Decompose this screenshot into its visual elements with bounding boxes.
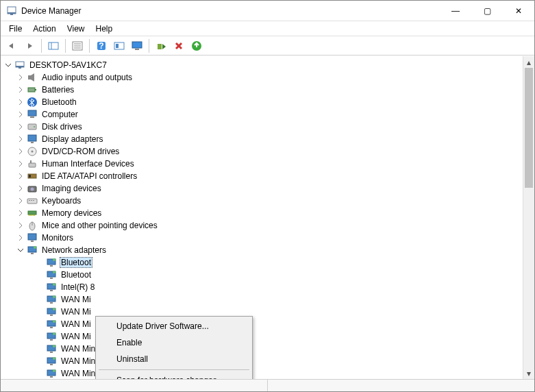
device-node[interactable]: WAN Mi <box>2 293 533 306</box>
menu-help[interactable]: Help <box>90 23 119 35</box>
minimize-button[interactable]: — <box>440 1 471 21</box>
svg-rect-62 <box>50 290 53 291</box>
device-node[interactable]: WAN Mi <box>2 318 533 330</box>
svg-rect-13 <box>132 42 142 48</box>
svg-point-31 <box>32 151 34 153</box>
svg-rect-24 <box>28 110 36 116</box>
menu-file[interactable]: File <box>3 23 27 35</box>
expand-icon[interactable] <box>16 159 25 169</box>
svg-rect-1 <box>8 12 16 14</box>
help-button[interactable]: ? <box>93 38 110 54</box>
device-node[interactable]: Bluetoot <box>2 269 533 281</box>
scroll-thumb[interactable] <box>525 68 533 188</box>
expand-icon[interactable] <box>16 171 25 181</box>
device-label: Bluetoot <box>60 257 92 268</box>
vertical-scrollbar[interactable]: ▴ ▾ <box>523 56 534 379</box>
category-node[interactable]: Batteries <box>2 84 533 96</box>
svg-rect-44 <box>30 215 31 216</box>
device-label: WAN Mi <box>60 332 92 341</box>
dvd-icon <box>27 146 38 157</box>
device-node[interactable]: WAN Mi <box>2 330 533 343</box>
svg-point-75 <box>53 332 55 335</box>
expand-icon[interactable] <box>16 85 25 95</box>
expand-icon[interactable] <box>16 221 25 230</box>
hid-icon <box>27 158 38 169</box>
disk-icon <box>27 121 38 132</box>
close-button[interactable]: ✕ <box>503 1 534 21</box>
category-node[interactable]: Mice and other pointing devices <box>2 219 533 232</box>
menu-view[interactable]: View <box>62 23 90 35</box>
network-adapter-icon <box>46 343 57 354</box>
context-separator <box>99 369 249 370</box>
context-item-uninstall[interactable]: Uninstall <box>97 351 251 367</box>
context-item-update-driver-software[interactable]: Update Driver Software... <box>97 318 251 334</box>
category-node[interactable]: Display adapters <box>2 133 533 145</box>
device-node[interactable]: WAN Miniport (PPPOE) <box>2 355 533 367</box>
mouse-icon <box>27 220 38 231</box>
category-node[interactable]: IDE ATA/ATAPI controllers <box>2 170 533 182</box>
category-label: Human Interface Devices <box>40 159 136 169</box>
monitor-button[interactable] <box>129 38 145 54</box>
scroll-down-arrow[interactable]: ▾ <box>523 367 534 379</box>
status-pane-2 <box>268 380 534 391</box>
category-node[interactable]: Human Interface Devices <box>2 158 533 170</box>
battery-icon <box>27 84 38 95</box>
delete-button[interactable] <box>171 38 187 54</box>
expand-icon[interactable] <box>16 184 25 193</box>
category-node[interactable]: Audio inputs and outputs <box>2 71 533 84</box>
svg-rect-2 <box>10 14 13 15</box>
svg-point-84 <box>53 369 55 372</box>
scan-button[interactable] <box>188 38 205 54</box>
category-node[interactable]: Keyboards <box>2 195 533 207</box>
device-node[interactable]: WAN Miniport (Network Monitor) <box>2 343 533 355</box>
collapse-icon[interactable] <box>16 245 25 255</box>
expand-icon[interactable] <box>16 122 25 132</box>
svg-rect-47 <box>34 215 35 216</box>
category-node[interactable]: Monitors <box>2 232 533 244</box>
expand-icon[interactable] <box>16 134 25 144</box>
device-tree[interactable]: DESKTOP-5AV1KC7Audio inputs and outputsB… <box>1 56 534 379</box>
expand-icon[interactable] <box>16 97 25 107</box>
back-button[interactable] <box>3 38 20 54</box>
properties-button[interactable] <box>111 38 127 54</box>
tree-root-node[interactable]: DESKTOP-5AV1KC7 <box>2 59 533 71</box>
svg-rect-71 <box>50 327 53 328</box>
svg-rect-20 <box>28 75 31 79</box>
svg-rect-21 <box>28 88 35 92</box>
details-button[interactable] <box>69 38 86 54</box>
svg-rect-45 <box>32 215 32 216</box>
expand-icon[interactable] <box>16 73 25 82</box>
device-node[interactable]: WAN Miniport (PPTP) <box>2 367 533 379</box>
maximize-button[interactable]: ▢ <box>471 1 503 21</box>
category-node[interactable]: DVD/CD-ROM drives <box>2 145 533 158</box>
category-node[interactable]: Imaging devices <box>2 182 533 195</box>
category-node[interactable]: Computer <box>2 108 533 121</box>
menu-action[interactable]: Action <box>27 23 61 35</box>
network-adapter-icon <box>46 269 57 280</box>
context-item-scan-for-hardware-changes[interactable]: Scan for hardware changes <box>97 372 251 379</box>
category-node[interactable]: Bluetooth <box>2 96 533 108</box>
category-node[interactable]: Network adapters <box>2 244 533 256</box>
device-node[interactable]: Bluetoot <box>2 256 533 269</box>
expand-icon[interactable] <box>16 147 25 156</box>
expand-icon[interactable] <box>16 208 25 218</box>
svg-rect-68 <box>50 315 53 316</box>
category-node[interactable]: Memory devices <box>2 207 533 219</box>
device-node[interactable]: WAN Mi <box>2 306 533 318</box>
update-driver-button[interactable] <box>153 38 169 54</box>
forward-button[interactable] <box>21 38 38 54</box>
context-item-enable[interactable]: Enable <box>97 334 251 351</box>
scroll-up-arrow[interactable]: ▴ <box>523 56 534 68</box>
status-bar <box>1 379 534 391</box>
ide-icon <box>27 171 38 182</box>
expand-icon[interactable] <box>16 233 25 243</box>
category-label: Bluetooth <box>40 97 78 107</box>
category-label: Display adapters <box>40 134 104 144</box>
collapse-icon[interactable] <box>3 60 13 70</box>
category-node[interactable]: Disk drives <box>2 121 533 133</box>
expand-icon[interactable] <box>16 110 25 119</box>
device-node[interactable]: Intel(R) 8 <box>2 281 533 293</box>
show-hidden-button[interactable] <box>45 38 62 54</box>
svg-rect-22 <box>35 89 36 90</box>
expand-icon[interactable] <box>16 196 25 206</box>
